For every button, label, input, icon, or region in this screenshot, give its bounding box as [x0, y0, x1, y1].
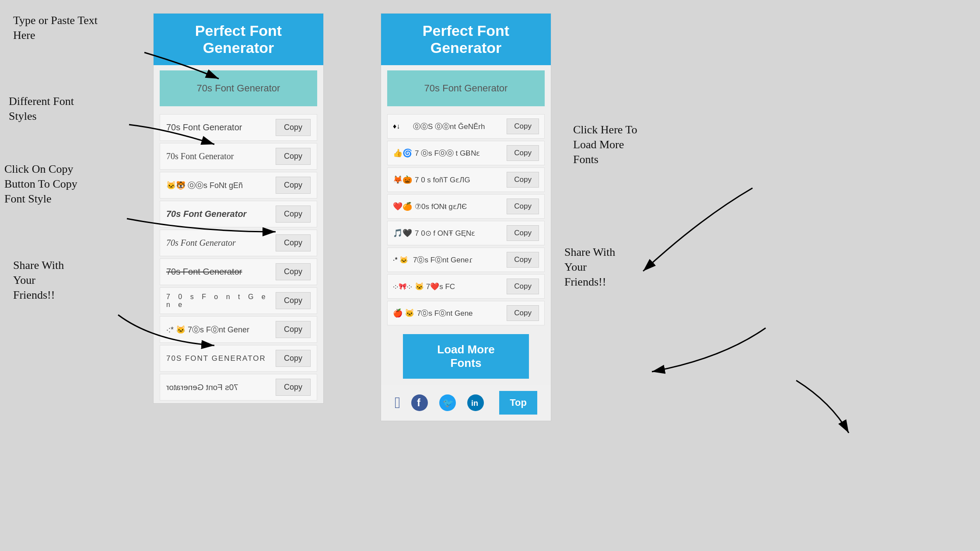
right-font-list: ♦↓ ⓪⓪S ⓪⓪nt ĞeNĚrh Copy 👍🌀 7 ⓞs Fⓞⓞ t GɃ… [381, 112, 551, 328]
emoji-icon: 🍎 🐱 [393, 308, 414, 318]
copy-button[interactable]: Copy [276, 177, 311, 194]
copy-button[interactable]: Copy [276, 263, 311, 280]
left-text-input[interactable] [160, 70, 317, 106]
copy-button[interactable]: Copy [507, 145, 539, 161]
table-row: 70s Font Generator Copy [160, 374, 317, 401]
emoji-icon: ❤️🍊 [393, 202, 412, 211]
table-row: 70s Font Generator Copy [160, 258, 317, 285]
annotation-click-copy: Click On Copy Button To Copy Font Style [4, 162, 77, 206]
emoji-icon: 🦊🎃 [393, 175, 412, 185]
copy-button[interactable]: Copy [507, 252, 539, 268]
table-row: 🐱🐯 ⓞⓞs FoNt gEñ Copy [160, 172, 317, 199]
table-row: 70s Font Generator Copy [160, 230, 317, 256]
table-row: 70s Font Generator Copy [160, 143, 317, 170]
font-text: 🐱🐯 ⓞⓞs FoNt gEñ [166, 180, 272, 191]
svg-text:in: in [471, 399, 478, 408]
annotation-type-paste: Type or Paste Text Here [13, 13, 98, 43]
twitter-icon[interactable]: 🐦 [439, 394, 456, 412]
table-row: ·:* 🐱 7⓪s F⓪nt Gener Copy [160, 316, 317, 343]
annotation-share-left: Share With Your Friends!! [13, 258, 64, 302]
facebook-icon[interactable]: f [411, 394, 428, 412]
left-panel-title: Perfect Font Generator [158, 22, 319, 56]
font-text: ⑦0s fONŧ gɛЛЄ [415, 202, 504, 211]
table-row: ♦↓ ⓪⓪S ⓪⓪nt ĞeNĚrh Copy [387, 114, 545, 139]
left-panel-header: Perfect Font Generator [154, 14, 323, 65]
table-row: 🍎 🐱 7⓪s F⓪nt Gene Copy [387, 301, 545, 325]
right-input-area [381, 65, 551, 112]
emoji-icon: 👍🌀 [393, 148, 412, 158]
copy-button[interactable]: Copy [276, 379, 311, 396]
font-text: 70S FONT GENERATOR [166, 354, 272, 363]
right-panel-title: Perfect Font Generator [385, 22, 546, 56]
emoji-icon: ·* 🐱 [393, 256, 410, 264]
table-row: ·:·🎀·:· 🐱 7❤️s FC Copy [387, 274, 545, 299]
copy-button[interactable]: Copy [276, 206, 311, 223]
copy-button[interactable]: Copy [507, 172, 539, 188]
font-text: 70s Font Generator [166, 151, 272, 161]
copy-button[interactable]: Copy [507, 199, 539, 214]
table-row: 7 0 s F o n t G e n e Copy [160, 287, 317, 314]
share-bar:  f 🐦 in Top [381, 385, 551, 421]
load-more-button[interactable]: Load More Fonts [403, 334, 529, 379]
copy-button[interactable]: Copy [507, 225, 539, 241]
copy-button[interactable]: Copy [276, 234, 311, 251]
emoji-icon: ·:·🎀·:· [393, 282, 412, 290]
font-text: 7 0⊙ f ONŦ GĘNɛ [415, 229, 504, 238]
font-text: 70s Font Generator [166, 122, 272, 133]
right-panel-header: Perfect Font Generator [381, 14, 551, 65]
font-text: 7 0 s F o n t G e n e [166, 293, 272, 309]
font-text: 7 0 s foñT GɛЛG [415, 175, 504, 185]
copy-button[interactable]: Copy [276, 148, 311, 165]
font-text: 70s Font Generator [166, 267, 272, 277]
left-input-area [154, 65, 323, 112]
annotation-click-load: Click Here To Load More Fonts [573, 122, 637, 167]
copy-button[interactable]: Copy [276, 321, 311, 338]
svg-text:f: f [417, 397, 421, 408]
facebook-icon[interactable]:  [395, 394, 400, 412]
table-row: ❤️🍊 ⑦0s fONŧ gɛЛЄ Copy [387, 194, 545, 219]
svg-text:🐦: 🐦 [443, 398, 454, 408]
font-text: ⓪⓪S ⓪⓪nt ĞeNĚrh [413, 122, 504, 132]
annotation-diff-styles: Different Font Styles [9, 94, 74, 124]
emoji-icon: ♦↓ [393, 122, 410, 130]
annotation-share-right: Share With Your Friends!! [564, 245, 615, 289]
font-text: 70s Font Generator [166, 209, 272, 219]
table-row: 👍🌀 7 ⓞs Fⓞⓞ t GɃNɛ Copy [387, 141, 545, 165]
top-button[interactable]: Top [499, 391, 537, 415]
font-text: 7⓪s F⓪nt Gene [417, 308, 504, 318]
font-text: 🐱 7❤️s FC [415, 282, 504, 291]
table-row: 70s Font Generator Copy [160, 201, 317, 227]
table-row: 🦊🎃 7 0 s foñT GɛЛG Copy [387, 167, 545, 192]
right-text-input[interactable] [387, 70, 545, 106]
load-more-area: Load More Fonts [381, 328, 551, 385]
copy-button[interactable]: Copy [507, 279, 539, 294]
table-row: 70s Font Generator Copy [160, 114, 317, 141]
table-row: 70S FONT GENERATOR Copy [160, 345, 317, 372]
font-text: 70s Font Generator [166, 238, 272, 248]
copy-button[interactable]: Copy [276, 292, 311, 309]
copy-button[interactable]: Copy [507, 305, 539, 321]
font-text: 7⓪s F⓪nt Geneɾ [413, 255, 504, 265]
emoji-icon: 🎵🖤 [393, 228, 412, 238]
right-font-panel: Perfect Font Generator ♦↓ ⓪⓪S ⓪⓪nt ĞeNĚr… [381, 13, 551, 421]
table-row: 🎵🖤 7 0⊙ f ONŦ GĘNɛ Copy [387, 221, 545, 245]
left-font-panel: Perfect Font Generator 70s Font Generato… [153, 13, 324, 404]
copy-button[interactable]: Copy [276, 119, 311, 136]
copy-button[interactable]: Copy [507, 119, 539, 134]
copy-button[interactable]: Copy [276, 350, 311, 367]
table-row: ·* 🐱 7⓪s F⓪nt Geneɾ Copy [387, 248, 545, 272]
font-text: 70s Font Generator [166, 383, 272, 392]
left-font-list: 70s Font Generator Copy 70s Font Generat… [154, 112, 323, 403]
font-text: ·:* 🐱 7⓪s F⓪nt Gener [166, 324, 272, 335]
linkedin-icon[interactable]: in [467, 394, 484, 412]
font-text: 7 ⓞs Fⓞⓞ t GɃNɛ [415, 148, 504, 158]
